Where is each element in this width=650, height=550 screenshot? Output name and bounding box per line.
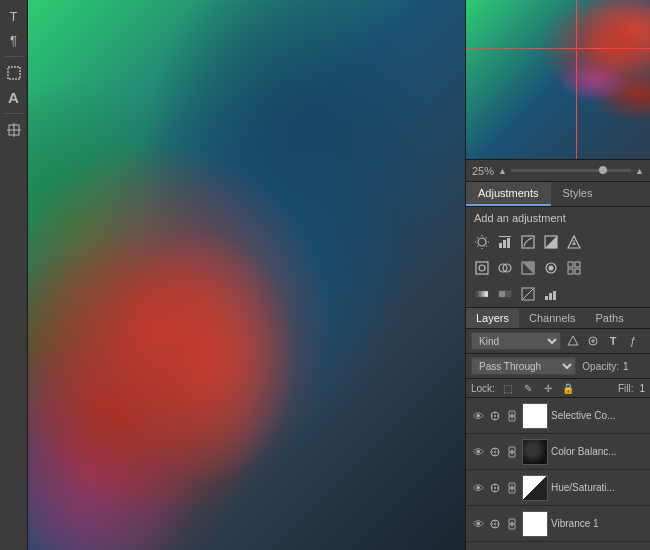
opacity-value: 1 — [623, 361, 645, 372]
black-white-icon[interactable] — [518, 258, 538, 278]
svg-rect-0 — [8, 67, 20, 79]
lock-label: Lock: — [471, 383, 495, 394]
photo-filter-icon[interactable] — [541, 258, 561, 278]
layer-hue-saturation[interactable]: 👁 — [466, 470, 650, 506]
layer-name-hue: Hue/Saturati... — [551, 482, 645, 493]
layer-visibility-icon[interactable] — [488, 409, 502, 423]
svg-rect-17 — [522, 236, 534, 248]
svg-line-11 — [477, 246, 478, 247]
layer-color-balance[interactable]: 👁 — [466, 434, 650, 470]
kind-select[interactable]: Kind — [471, 332, 561, 350]
lock-pixels-icon[interactable]: ⬚ — [501, 381, 515, 395]
tab-channels[interactable]: Channels — [519, 308, 585, 328]
layer-text-icon[interactable]: T — [605, 333, 621, 349]
layer-chain-icon4[interactable] — [505, 517, 519, 531]
canvas-image — [28, 0, 465, 550]
lock-move-icon[interactable]: ✛ — [541, 381, 555, 395]
levels-icon[interactable] — [495, 232, 515, 252]
svg-line-9 — [477, 237, 478, 238]
posterize-icon[interactable] — [541, 284, 561, 304]
curves-icon[interactable] — [518, 232, 538, 252]
svg-rect-39 — [553, 291, 556, 300]
canvas-area — [28, 0, 465, 550]
adjustments-title: Add an adjustment — [466, 207, 650, 229]
layer-visibility-icon2[interactable] — [488, 445, 502, 459]
thumbnail-cursor-h — [466, 48, 650, 49]
layer-new-icon[interactable] — [585, 333, 601, 349]
layer-selective-color[interactable]: 👁 — [466, 398, 650, 434]
lock-paint-icon[interactable]: ✎ — [521, 381, 535, 395]
select-tool[interactable] — [3, 62, 25, 84]
svg-rect-38 — [549, 293, 552, 300]
selective-color-icon[interactable] — [495, 284, 515, 304]
tab-styles[interactable]: Styles — [551, 182, 605, 206]
blend-opacity-row: Kind T ƒ — [466, 329, 650, 354]
type-tool[interactable]: T — [3, 5, 25, 27]
adj-icons-row1 — [466, 229, 650, 255]
layer-effect-icon[interactable]: ƒ — [625, 333, 641, 349]
pass-through-select[interactable]: Pass Through — [471, 357, 576, 375]
gradient-map-icon[interactable] — [472, 284, 492, 304]
zoom-up-arrow[interactable]: ▲ — [498, 166, 507, 176]
svg-rect-33 — [476, 291, 488, 297]
adj-icons-row2 — [466, 255, 650, 281]
zoom-slider[interactable] — [511, 169, 631, 172]
tool-strip: T ¶ A — [0, 0, 28, 550]
lock-all-icon[interactable]: 🔒 — [561, 381, 575, 395]
layer-thumb-selective — [522, 403, 548, 429]
color-balance-icon[interactable] — [495, 258, 515, 278]
brightness-contrast-icon[interactable] — [472, 232, 492, 252]
layers-panel: Layers Channels Paths Kind — [466, 307, 650, 550]
svg-line-10 — [486, 237, 487, 238]
svg-rect-15 — [507, 238, 510, 248]
layer-name-selective: Selective Co... — [551, 410, 645, 421]
svg-point-4 — [478, 238, 486, 246]
layer-visibility-icon3[interactable] — [488, 481, 502, 495]
layer-chain-icon3[interactable] — [505, 481, 519, 495]
text-tool[interactable]: A — [3, 86, 25, 108]
svg-rect-31 — [568, 269, 573, 274]
opacity-label: Opacity: — [582, 361, 619, 372]
adjustments-panel: Adjustments Styles Add an adjustment — [466, 182, 650, 307]
layer-chain-icon2[interactable] — [505, 445, 519, 459]
tab-adjustments[interactable]: Adjustments — [466, 182, 551, 206]
layer-vibrance[interactable]: 👁 — [466, 506, 650, 542]
adjustments-tabs: Adjustments Styles — [466, 182, 650, 207]
vibrance-icon[interactable] — [564, 232, 584, 252]
transform-tool[interactable] — [3, 119, 25, 141]
layers-tabs: Layers Channels Paths — [466, 307, 650, 329]
zoom-value: 25% — [472, 165, 494, 177]
exposure-icon[interactable] — [541, 232, 561, 252]
layer-eye-icon3[interactable]: 👁 — [471, 481, 485, 495]
svg-marker-40 — [568, 336, 578, 345]
layer-visibility-icon4[interactable] — [488, 517, 502, 531]
svg-point-23 — [479, 265, 485, 271]
app-container: T ¶ A 25 — [0, 0, 650, 550]
layer-filter-icon[interactable] — [565, 333, 581, 349]
zoom-down-arrow[interactable]: ▲ — [635, 166, 644, 176]
tab-paths[interactable]: Paths — [586, 308, 634, 328]
svg-point-28 — [549, 266, 553, 270]
layer-chain-icon[interactable] — [505, 409, 519, 423]
layer-name-vibrance: Vibrance 1 — [551, 518, 645, 529]
pass-through-row: Pass Through Opacity: 1 — [466, 354, 650, 379]
hue-saturation-icon[interactable] — [472, 258, 492, 278]
fill-value: 1 — [639, 383, 645, 394]
layer-eye-icon[interactable]: 👁 — [471, 409, 485, 423]
tab-layers[interactable]: Layers — [466, 308, 519, 328]
layer-eye-icon4[interactable]: 👁 — [471, 517, 485, 531]
zoom-slider-thumb[interactable] — [599, 166, 607, 174]
svg-rect-37 — [545, 296, 548, 300]
layer-eye-icon2[interactable]: 👁 — [471, 445, 485, 459]
thumbnail-area — [466, 0, 650, 160]
svg-rect-16 — [499, 236, 511, 237]
thumbnail-cursor-v — [576, 0, 577, 159]
paragraph-tool[interactable]: ¶ — [3, 29, 25, 51]
channel-mixer-icon[interactable] — [564, 258, 584, 278]
tool-divider2 — [5, 113, 23, 114]
adj-icons-row3 — [466, 281, 650, 307]
fill-label: Fill: — [618, 383, 634, 394]
zoom-slider-container: ▲ ▲ — [498, 166, 644, 176]
invert-icon[interactable] — [518, 284, 538, 304]
svg-rect-30 — [575, 262, 580, 267]
